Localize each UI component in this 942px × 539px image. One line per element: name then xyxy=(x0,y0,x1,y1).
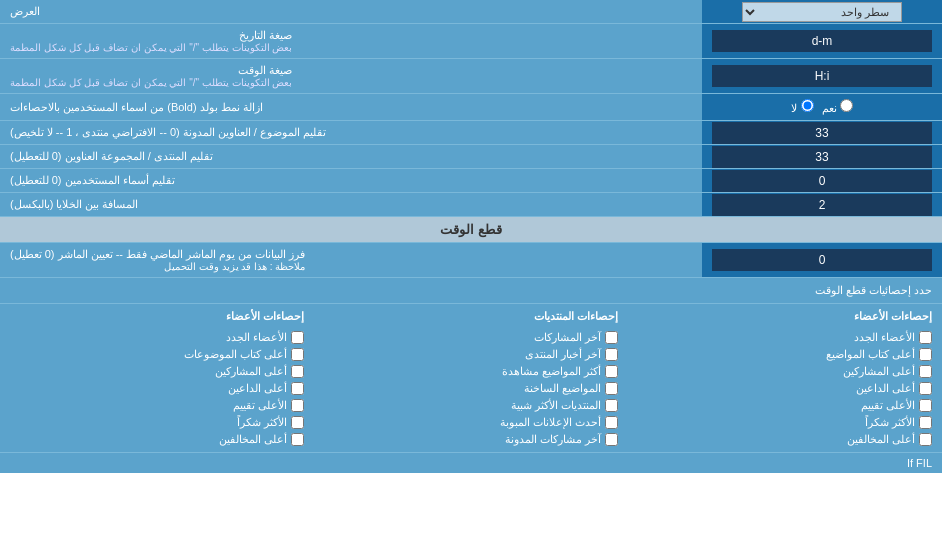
list-item[interactable]: آخر أخبار المنتدى xyxy=(324,348,618,361)
forum-input[interactable]: 33 xyxy=(712,146,932,168)
display-label: العرض xyxy=(0,0,702,23)
checkboxes-area: إحصاءات الأعضاء الأعضاء الجدد أعلى كتاب … xyxy=(0,304,942,453)
date-format-row: d-m صيغة التاريخ بعض التكوينات يتطلب "/"… xyxy=(0,24,942,59)
topics-input[interactable]: 33 xyxy=(712,122,932,144)
list-item[interactable]: المنتديات الأكثر شبية xyxy=(324,399,618,412)
list-item[interactable]: أعلى الداعين xyxy=(10,382,304,395)
list-item[interactable]: المواضيع الساخنة xyxy=(324,382,618,395)
list-item[interactable]: أعلى كتاب الموضوعات xyxy=(10,348,304,361)
cutoff-row: 0 فرز البيانات من يوم الماشر الماضي فقط … xyxy=(0,243,942,278)
cutoff-input[interactable]: 0 xyxy=(712,249,932,271)
usernames-row: 0 تقليم أسماء المستخدمين (0 للتعطيل) xyxy=(0,169,942,193)
date-format-label: صيغة التاريخ بعض التكوينات يتطلب "/" الت… xyxy=(0,24,702,58)
radio-no[interactable] xyxy=(801,99,814,112)
radio-yes-label: نعم xyxy=(822,99,853,115)
list-item[interactable]: الأعلى تقييم xyxy=(638,399,932,412)
spacing-row: 2 المسافة بين الخلايا (بالبكسل) xyxy=(0,193,942,217)
list-item[interactable]: آخر المشاركات xyxy=(324,331,618,344)
checkbox-col-1: إحصاءات الأعضاء الأعضاء الجدد أعلى كتاب … xyxy=(0,304,314,452)
bold-row: نعم لا ازالة نمط بولد (Bold) من اسماء ال… xyxy=(0,94,942,121)
display-dropdown[interactable]: سطر واحد سطران ثلاثة أسطر xyxy=(742,2,902,22)
checkbox-col-3: إحصاءات الأعضاء الأعضاء الجدد أعلى كتاب … xyxy=(628,304,942,452)
list-item[interactable]: أعلى المشاركين xyxy=(10,365,304,378)
list-item[interactable]: أحدث الإعلانات المبوبة xyxy=(324,416,618,429)
spacing-input[interactable]: 2 xyxy=(712,194,932,216)
radio-yes[interactable] xyxy=(840,99,853,112)
spacing-label: المسافة بين الخلايا (بالبكسل) xyxy=(0,193,702,216)
list-item[interactable]: أعلى كتاب المواضيع xyxy=(638,348,932,361)
dropdown-cell[interactable]: سطر واحد سطران ثلاثة أسطر xyxy=(702,0,942,23)
list-item[interactable]: أعلى المخالفين xyxy=(10,433,304,446)
forum-input-cell[interactable]: 33 xyxy=(702,145,942,168)
time-format-input[interactable]: H:i xyxy=(712,65,932,87)
display-header-row: سطر واحد سطران ثلاثة أسطر العرض xyxy=(0,0,942,24)
time-format-input-cell[interactable]: H:i xyxy=(702,59,942,93)
list-item[interactable]: أعلى الداعين xyxy=(638,382,932,395)
topics-row: 33 تقليم الموضوع / العناوين المدونة (0 -… xyxy=(0,121,942,145)
cutoff-section-header: قطع الوقت xyxy=(0,217,942,243)
bold-radio-cell[interactable]: نعم لا xyxy=(702,94,942,120)
col3-header: إحصاءات الأعضاء xyxy=(638,310,932,323)
time-format-label: صيغة الوقت بعض التكوينات يتطلب "/" التي … xyxy=(0,59,702,93)
usernames-input-cell[interactable]: 0 xyxy=(702,169,942,192)
list-item[interactable]: الأعضاء الجدد xyxy=(638,331,932,344)
col2-header: إحصاءات المنتديات xyxy=(324,310,618,323)
cutoff-label: فرز البيانات من يوم الماشر الماضي فقط --… xyxy=(0,243,702,277)
list-item[interactable]: الأعضاء الجدد xyxy=(10,331,304,344)
list-item[interactable]: أعلى المخالفين xyxy=(638,433,932,446)
forum-label: تقليم المنتدى / المجموعة العناوين (0 للت… xyxy=(0,145,702,168)
bold-label: ازالة نمط بولد (Bold) من اسماء المستخدمي… xyxy=(0,94,702,120)
list-item[interactable]: أعلى المشاركين xyxy=(638,365,932,378)
stats-limit-row: حدد إحصائيات قطع الوقت xyxy=(0,278,942,304)
radio-no-label: لا xyxy=(791,99,813,115)
spacing-input-cell[interactable]: 2 xyxy=(702,193,942,216)
list-item[interactable]: الأكثر شكراً xyxy=(638,416,932,429)
time-format-row: H:i صيغة الوقت بعض التكوينات يتطلب "/" ا… xyxy=(0,59,942,94)
forum-row: 33 تقليم المنتدى / المجموعة العناوين (0 … xyxy=(0,145,942,169)
checkbox-col-2: إحصاءات المنتديات آخر المشاركات آخر أخبا… xyxy=(314,304,628,452)
list-item[interactable]: آخر مشاركات المدونة xyxy=(324,433,618,446)
date-format-input-cell[interactable]: d-m xyxy=(702,24,942,58)
usernames-label: تقليم أسماء المستخدمين (0 للتعطيل) xyxy=(0,169,702,192)
list-item[interactable]: أكثر المواضيع مشاهدة xyxy=(324,365,618,378)
topics-input-cell[interactable]: 33 xyxy=(702,121,942,144)
list-item[interactable]: الأعلى تقييم xyxy=(10,399,304,412)
list-item[interactable]: الأكثر شكراً xyxy=(10,416,304,429)
col1-header: إحصاءات الأعضاء xyxy=(10,310,304,323)
cutoff-input-cell[interactable]: 0 xyxy=(702,243,942,277)
topics-label: تقليم الموضوع / العناوين المدونة (0 -- ا… xyxy=(0,121,702,144)
usernames-input[interactable]: 0 xyxy=(712,170,932,192)
date-format-input[interactable]: d-m xyxy=(712,30,932,52)
footer: If FIL xyxy=(0,453,942,473)
